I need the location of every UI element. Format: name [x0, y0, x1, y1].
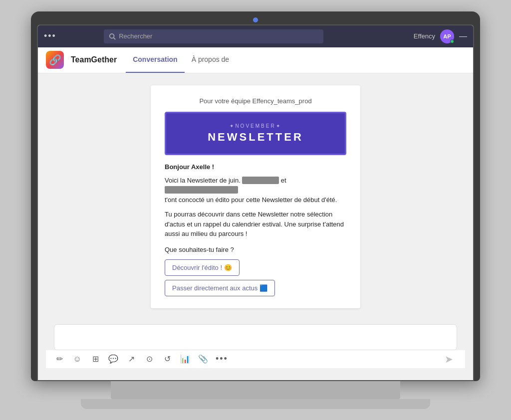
- chart-icon[interactable]: 📊: [180, 354, 191, 365]
- app-header: 🔗 TeamGether Conversation À propos de: [38, 47, 473, 73]
- action-buttons: Découvrir l'édito ! 😊 Passer directement…: [165, 259, 346, 296]
- svg-line-1: [114, 37, 116, 39]
- newsletter-subtitle: ✦NOVEMBER✦: [174, 123, 337, 129]
- tab-conversation[interactable]: Conversation: [126, 47, 184, 73]
- search-bar[interactable]: Rechercher: [104, 29, 323, 43]
- redacted-name2: ████████████████: [165, 186, 238, 194]
- avatar[interactable]: AP: [440, 29, 454, 43]
- btn-actus[interactable]: Passer directement aux actus 🟦: [165, 280, 275, 296]
- send-button[interactable]: ➤: [445, 353, 457, 365]
- more-options-icon[interactable]: •••: [216, 354, 228, 364]
- gif-icon[interactable]: 💬: [108, 354, 119, 365]
- titlebar-right: Effency AP —: [414, 29, 467, 43]
- team-label: Pour votre équipe Effency_teams_prod: [165, 97, 346, 105]
- user-name: Effency: [414, 32, 435, 40]
- minimize-button[interactable]: —: [459, 32, 467, 41]
- monitor: ••• Rechercher Effency AP —: [31, 11, 480, 409]
- newsletter-title: NEWSLETTER: [174, 131, 337, 144]
- intro-text: Voici la Newsletter de juin. ████████ et…: [165, 176, 346, 205]
- monitor-screen: ••• Rechercher Effency AP —: [31, 11, 480, 381]
- search-placeholder: Rechercher: [119, 32, 152, 40]
- intro-connector: et: [281, 177, 286, 184]
- app-name: TeamGether: [71, 55, 117, 64]
- redacted-name1: ████████: [242, 177, 279, 184]
- tabs: Conversation À propos de: [126, 47, 236, 73]
- greeting: Bonjour Axelle !: [165, 163, 346, 171]
- monitor-stand-bar: [111, 381, 400, 399]
- schedule-icon[interactable]: ↺: [162, 354, 173, 365]
- monitor-stand-base: [81, 399, 430, 409]
- avatar-status: [450, 39, 454, 43]
- format-icon[interactable]: ✏: [54, 354, 65, 365]
- praise-icon[interactable]: ⊙: [144, 354, 155, 365]
- svg-point-0: [110, 33, 114, 38]
- body-text: Tu pourras découvrir dans cette Newslett…: [165, 210, 346, 239]
- search-icon: [109, 33, 116, 40]
- app-body: Pour votre équipe Effency_teams_prod ✦NO…: [38, 73, 473, 380]
- input-section: ✏ ☺ ⊞ 💬 ↗ ⊙ ↺ 📊 📎 ••• ➤: [38, 316, 473, 368]
- intro-line1: Voici la Newsletter de juin.: [165, 177, 241, 184]
- clip-icon[interactable]: 📎: [198, 354, 209, 365]
- titlebar: ••• Rechercher Effency AP —: [38, 25, 473, 47]
- intro-line2: t'ont concocté un édito pour cette Newsl…: [165, 196, 337, 204]
- btn-edito[interactable]: Découvrir l'édito ! 😊: [165, 259, 240, 276]
- emoji-icon[interactable]: ☺: [72, 354, 83, 365]
- attach-icon[interactable]: ⊞: [90, 354, 101, 365]
- dots-menu-icon[interactable]: •••: [44, 31, 56, 41]
- loop-icon[interactable]: ↗: [126, 354, 137, 365]
- monitor-inner: ••• Rechercher Effency AP —: [37, 24, 474, 381]
- question-text: Que souhaites-tu faire ?: [165, 246, 346, 253]
- message-card: Pour votre équipe Effency_teams_prod ✦NO…: [151, 85, 360, 308]
- newsletter-banner: ✦NOVEMBER✦ NEWSLETTER: [165, 112, 346, 155]
- toolbar: ✏ ☺ ⊞ 💬 ↗ ⊙ ↺ 📊 📎 ••• ➤: [46, 350, 465, 368]
- monitor-dot: [253, 17, 258, 22]
- message-input[interactable]: [54, 324, 457, 350]
- tab-apropos[interactable]: À propos de: [185, 47, 237, 73]
- avatar-initials: AP: [443, 33, 451, 39]
- app-logo: 🔗: [46, 51, 64, 69]
